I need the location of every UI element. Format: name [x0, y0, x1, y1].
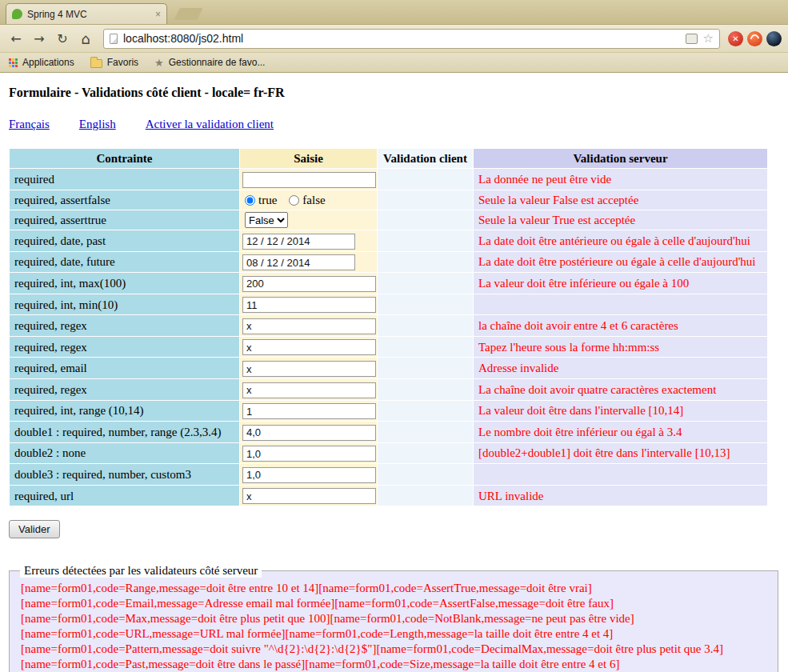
extension-blocker-icon[interactable]: ✕	[728, 31, 743, 46]
constraint-cell: required, int, min(10)	[10, 294, 240, 315]
spring-favicon-icon	[12, 9, 22, 19]
column-header: Validation client	[378, 149, 474, 169]
text-input[interactable]	[242, 172, 376, 188]
bookmark-manager-label: Gestionnaire de favo...	[169, 57, 266, 68]
server-error-line: [name=form01,code=Email,message=Adresse …	[16, 596, 770, 611]
radio-option-false[interactable]: false	[289, 194, 325, 206]
table-body: requiredLa donnée ne peut être viderequi…	[10, 169, 768, 506]
tab-strip: Spring 4 MVC ×	[0, 0, 788, 25]
table-row: required, date, pastLa date doit être an…	[10, 230, 768, 252]
client-validation-cell	[378, 464, 474, 486]
client-validation-cell	[378, 251, 474, 273]
url-text[interactable]: localhost:8080/js02.html	[123, 32, 680, 45]
input-cell	[240, 336, 378, 358]
text-input[interactable]	[242, 382, 376, 398]
column-header: Contrainte	[10, 149, 240, 169]
date-input[interactable]	[242, 234, 355, 250]
text-input[interactable]	[242, 467, 376, 483]
date-input[interactable]	[242, 254, 355, 270]
input-cell	[240, 442, 378, 464]
browser-tab[interactable]: Spring 4 MVC ×	[6, 3, 167, 24]
input-cell	[240, 294, 378, 315]
table-row: double3 : required, number, custom3	[10, 464, 768, 486]
constraint-cell: required, date, past	[10, 230, 240, 252]
link-francais[interactable]: Français	[9, 118, 50, 130]
constraint-cell: double3 : required, number, custom3	[10, 464, 240, 486]
forward-icon[interactable]: →	[30, 31, 49, 46]
text-input[interactable]	[242, 318, 376, 334]
client-validation-cell	[378, 379, 474, 401]
input-cell	[240, 485, 378, 506]
column-header: Validation serveur	[474, 149, 768, 169]
constraint-cell: required, email	[10, 358, 240, 379]
link-english[interactable]: English	[79, 118, 116, 130]
table-row: required, regexTapez l'heure sous la for…	[10, 336, 768, 358]
table-row: required, date, futureLa date doit être …	[10, 251, 768, 273]
back-icon[interactable]: ←	[6, 31, 26, 46]
server-validation-cell: Seule la valeur True est acceptée	[474, 210, 768, 230]
bookmark-apps[interactable]: Applications	[9, 57, 74, 68]
bookmark-manager[interactable]: ★ Gestionnaire de favo...	[154, 57, 265, 69]
home-icon[interactable]: ⌂	[76, 30, 95, 47]
text-input[interactable]	[242, 361, 376, 377]
translate-icon[interactable]	[686, 34, 698, 44]
server-error-line: [name=form01,code=Past,message=doit être…	[16, 657, 770, 672]
text-input[interactable]	[242, 403, 376, 419]
validation-table: ContrainteSaisieValidation clientValidat…	[9, 148, 768, 506]
input-cell: False	[240, 210, 378, 230]
table-row: double2 : none[double2+double1] doit êtr…	[10, 442, 768, 464]
radio-option-true[interactable]: true	[245, 194, 277, 206]
input-cell	[240, 400, 378, 422]
text-input[interactable]	[242, 297, 376, 313]
server-validation-cell: La date doit être antérieure ou égale à …	[474, 230, 768, 252]
constraint-cell: double1 : required, number, range (2.3,3…	[10, 422, 240, 443]
constraint-cell: required	[10, 169, 240, 190]
client-validation-cell	[378, 485, 474, 506]
table-row: required, asserttrueFalseSeule la valeur…	[10, 210, 768, 230]
server-validation-cell: La valeur doit être inférieure ou égale …	[474, 273, 768, 294]
new-tab-button[interactable]	[174, 8, 202, 20]
constraint-cell: required, assertfalse	[10, 190, 240, 210]
text-input[interactable]	[242, 488, 376, 504]
text-input[interactable]	[242, 276, 376, 292]
table-header-row: ContrainteSaisieValidation clientValidat…	[10, 149, 768, 169]
client-validation-cell	[378, 210, 474, 230]
server-validation-cell: [double2+double1] doit être dans l'inter…	[474, 442, 768, 464]
bookmark-star-icon[interactable]: ☆	[703, 31, 714, 46]
browser-chrome: Spring 4 MVC × ← → ↻ ⌂ localhost:8080/js…	[0, 0, 788, 73]
extension-globe-icon[interactable]	[766, 31, 782, 46]
address-bar[interactable]: localhost:8080/js02.html ☆	[103, 29, 720, 49]
radio-false[interactable]	[289, 195, 299, 206]
link-activate-client-validation[interactable]: Activer la validation client	[146, 118, 274, 130]
server-error-line: [name=form01,code=Range,message=doit êtr…	[16, 581, 770, 596]
text-input[interactable]	[242, 446, 376, 462]
boolean-select[interactable]: False	[245, 212, 288, 228]
apps-grid-icon	[9, 58, 18, 67]
server-validation-cell: Tapez l'heure sous la forme hh:mm:ss	[474, 336, 768, 358]
tab-close-icon[interactable]: ×	[155, 9, 161, 20]
table-row: required, int, max(100)La valeur doit êt…	[10, 273, 768, 294]
input-cell	[240, 251, 378, 273]
server-validation-cell: La valeur doit être dans l'intervalle [1…	[474, 400, 768, 422]
constraint-cell: required, regex	[10, 336, 240, 358]
extension-orange-icon[interactable]	[747, 31, 762, 46]
radio-true[interactable]	[245, 195, 255, 206]
client-validation-cell	[378, 315, 474, 337]
server-validation-cell: Adresse invalide	[474, 358, 768, 379]
folder-icon	[90, 59, 102, 68]
server-validation-cell: Le nombre doit être inférieur ou égal à …	[474, 422, 768, 443]
tab-title: Spring 4 MVC	[27, 9, 150, 20]
input-cell	[240, 315, 378, 337]
table-row: required, assertfalsetruefalseSeule la v…	[10, 190, 768, 210]
client-validation-cell	[378, 169, 474, 190]
server-errors-fieldset: Erreurs détectées par les validateurs cô…	[9, 564, 778, 672]
submit-button[interactable]: Valider	[9, 520, 60, 538]
text-input[interactable]	[242, 425, 376, 441]
client-validation-cell	[378, 422, 474, 443]
bookmark-favoris[interactable]: Favoris	[90, 57, 138, 68]
text-input[interactable]	[242, 339, 376, 355]
constraint-cell: required, url	[10, 485, 240, 506]
server-validation-cell: URL invalide	[474, 485, 768, 506]
constraint-cell: required, date, future	[10, 251, 240, 273]
reload-icon[interactable]: ↻	[53, 31, 72, 46]
